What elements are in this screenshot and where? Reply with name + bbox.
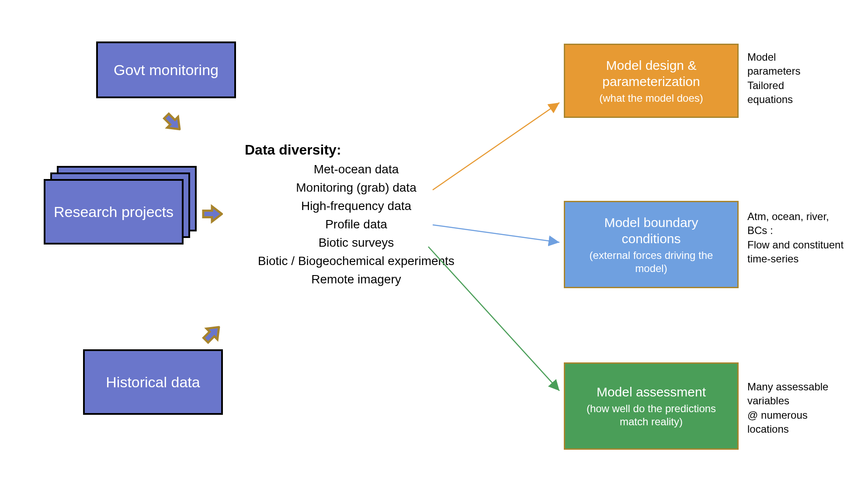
svg-line-2	[428, 247, 559, 391]
svg-line-1	[433, 225, 559, 242]
svg-line-0	[433, 103, 559, 190]
connector-to-design	[0, 0, 868, 503]
